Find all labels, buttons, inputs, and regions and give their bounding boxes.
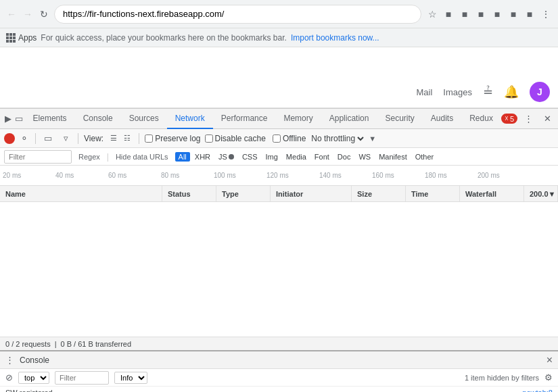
toolbar-separator-3: [139, 133, 139, 144]
devtools-tabs: ▶ ▭ Elements Console Sources Network Per…: [0, 109, 558, 129]
extension-icon-2[interactable]: ■: [458, 7, 471, 21]
tab-performance[interactable]: Performance: [213, 109, 276, 129]
more-menu-icon[interactable]: ⋮: [539, 7, 553, 21]
th-name[interactable]: Name: [0, 186, 162, 201]
camera-icon[interactable]: ▭: [41, 132, 55, 145]
import-bookmarks-link[interactable]: Import bookmarks now...: [291, 33, 379, 43]
view-waterfall-button[interactable]: ☷: [121, 132, 133, 144]
extension-icon-5[interactable]: ■: [507, 7, 520, 21]
filter-manifest[interactable]: Manifest: [375, 152, 411, 162]
view-list-button[interactable]: ☰: [108, 132, 120, 144]
error-count-badge: ☓ 5: [501, 114, 517, 124]
filter-all[interactable]: All: [175, 152, 190, 162]
status-sep: |: [55, 340, 57, 348]
filter-doc[interactable]: Doc: [334, 152, 354, 162]
console-filter-input[interactable]: [55, 371, 109, 385]
extension-icon-6[interactable]: ■: [523, 7, 536, 21]
tab-memory[interactable]: Memory: [275, 109, 321, 129]
forward-button[interactable]: →: [22, 8, 34, 20]
svg-rect-2: [13, 33, 16, 36]
back-button[interactable]: ←: [5, 8, 18, 20]
log-level-select[interactable]: Info: [114, 372, 147, 384]
filter-ws[interactable]: WS: [355, 152, 374, 162]
timeline-mark-8: 180 ms: [425, 172, 478, 179]
extension-icon-3[interactable]: ■: [474, 7, 488, 21]
devtools-device-icon[interactable]: ▭: [14, 111, 24, 127]
images-link[interactable]: Images: [443, 87, 472, 97]
filter-font[interactable]: Font: [311, 152, 333, 162]
th-waterfall[interactable]: Waterfall: [460, 186, 524, 201]
console-header: ⋮ Console ×: [0, 351, 558, 369]
console-title: Console: [20, 356, 49, 365]
url-bar[interactable]: [54, 5, 421, 24]
svg-rect-6: [6, 40, 9, 43]
filter-xhr[interactable]: XHR: [191, 152, 214, 162]
tab-elements[interactable]: Elements: [25, 109, 75, 129]
th-size[interactable]: Size: [352, 186, 406, 201]
timeline-mark-0: 20 ms: [3, 172, 55, 179]
regex-toggle[interactable]: Regex: [76, 153, 103, 161]
timeline-mark-7: 160 ms: [372, 172, 425, 179]
table-empty-area: [0, 202, 558, 256]
extension-icon-1[interactable]: ■: [442, 7, 455, 21]
filter-media[interactable]: Media: [283, 152, 310, 162]
devtools-inspect-icon[interactable]: ▶: [3, 111, 14, 127]
th-initiator[interactable]: Initiator: [271, 186, 352, 201]
th-type[interactable]: Type: [216, 186, 271, 201]
filter-css[interactable]: CSS: [239, 152, 261, 162]
filter-js[interactable]: JS: [215, 152, 237, 162]
apps-label: Apps: [18, 33, 37, 43]
console-close-button[interactable]: ×: [547, 354, 553, 366]
disable-cache-checkbox[interactable]: Disable cache: [205, 134, 266, 143]
svg-rect-8: [13, 40, 16, 43]
tab-application[interactable]: Application: [321, 109, 377, 129]
svg-rect-4: [9, 36, 12, 39]
throttle-select[interactable]: No throttling: [308, 133, 366, 144]
console-panel: ⋮ Console × ⊘ top Info 1 item hidden by …: [0, 350, 558, 392]
tab-sources[interactable]: Sources: [121, 109, 167, 129]
context-select[interactable]: top: [18, 372, 49, 384]
console-dots-icon[interactable]: ⋮: [5, 355, 14, 365]
throttle-dropdown-icon[interactable]: ▼: [369, 134, 376, 143]
bookmark-star-icon[interactable]: ☆: [425, 7, 439, 21]
toolbar-separator-1: [35, 133, 36, 144]
filter-other[interactable]: Other: [412, 152, 438, 162]
network-table: Name Status Type Initiator Size Time Wat…: [0, 186, 558, 337]
svg-rect-1: [9, 33, 12, 36]
reload-button[interactable]: ↻: [38, 8, 50, 20]
apps-link[interactable]: Apps: [5, 32, 37, 43]
filter-img[interactable]: Img: [262, 152, 281, 162]
tab-audits[interactable]: Audits: [423, 109, 461, 129]
devtools-close-icon[interactable]: ✕: [539, 111, 555, 127]
tab-security[interactable]: Security: [377, 109, 422, 129]
filter-type-buttons: All XHR JS CSS Img Media Font Doc WS Man…: [175, 152, 438, 162]
console-ban-icon[interactable]: ⊘: [5, 372, 13, 383]
toolbar-separator-2: [78, 133, 78, 144]
timeline-mark-4: 100 ms: [214, 172, 266, 179]
svg-rect-7: [9, 40, 12, 43]
filter-input[interactable]: [4, 150, 72, 164]
offline-checkbox[interactable]: Offline: [273, 134, 306, 143]
th-time[interactable]: Time: [406, 186, 460, 201]
record-button[interactable]: [4, 133, 15, 144]
hide-data-urls-toggle[interactable]: Hide data URLs: [113, 153, 171, 161]
tab-console[interactable]: Console: [75, 109, 121, 129]
filter-icon[interactable]: ▿: [59, 132, 72, 145]
tab-redux[interactable]: Redux: [461, 109, 501, 129]
th-status[interactable]: Status: [162, 186, 216, 201]
console-settings-button[interactable]: ⚙: [544, 372, 553, 383]
devtools-more-icon[interactable]: ⋮: [520, 111, 536, 127]
clear-button[interactable]: ⚬: [19, 133, 30, 144]
svg-rect-0: [6, 33, 9, 36]
grid-icon[interactable]: ≟: [483, 84, 493, 99]
extension-icon-4[interactable]: ■: [490, 7, 504, 21]
console-msg-link-0[interactable]: newtab:8: [522, 389, 553, 392]
tab-network[interactable]: Network: [167, 109, 213, 129]
avatar[interactable]: J: [530, 82, 550, 102]
preserve-log-checkbox[interactable]: Preserve log: [145, 134, 200, 143]
hidden-items-badge: 1 item hidden by filters: [465, 374, 539, 382]
filter-bar: Regex | Hide data URLs All XHR JS CSS Im…: [0, 148, 558, 166]
console-msg-text-0: SW registered: [5, 389, 53, 392]
notifications-icon[interactable]: 🔔: [504, 84, 519, 99]
mail-link[interactable]: Mail: [417, 87, 433, 97]
